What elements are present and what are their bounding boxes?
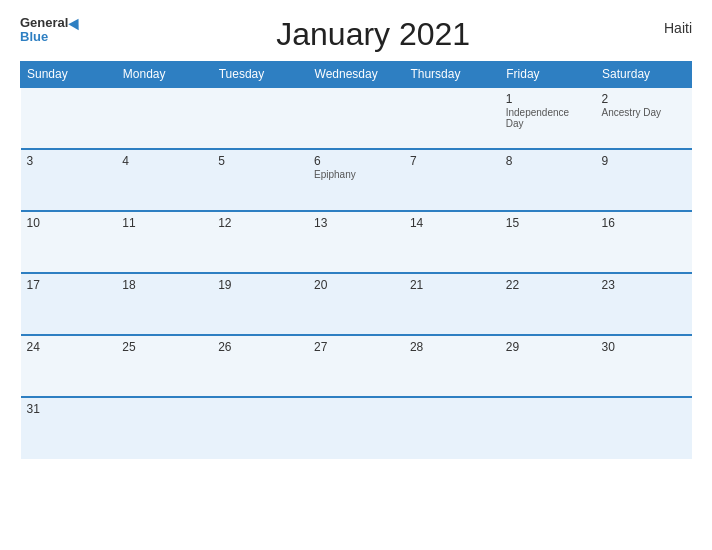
day-number: 29 xyxy=(506,340,590,354)
calendar-cell xyxy=(212,87,308,149)
calendar-cell: 6Epiphany xyxy=(308,149,404,211)
day-number: 26 xyxy=(218,340,302,354)
calendar-cell: 7 xyxy=(404,149,500,211)
week-row-5: 24252627282930 xyxy=(21,335,692,397)
day-number: 25 xyxy=(122,340,206,354)
logo: General Blue xyxy=(20,16,82,45)
day-number: 9 xyxy=(602,154,686,168)
header: General Blue January 2021 Haiti xyxy=(20,16,692,53)
weekday-header-wednesday: Wednesday xyxy=(308,62,404,88)
day-number: 7 xyxy=(410,154,494,168)
calendar-cell xyxy=(116,87,212,149)
day-number: 28 xyxy=(410,340,494,354)
day-number: 11 xyxy=(122,216,206,230)
calendar-cell: 30 xyxy=(596,335,692,397)
day-number: 8 xyxy=(506,154,590,168)
day-number: 15 xyxy=(506,216,590,230)
week-row-6: 31 xyxy=(21,397,692,459)
day-number: 5 xyxy=(218,154,302,168)
calendar-cell: 17 xyxy=(21,273,117,335)
day-number: 30 xyxy=(602,340,686,354)
calendar-cell: 19 xyxy=(212,273,308,335)
day-number: 16 xyxy=(602,216,686,230)
calendar-cell xyxy=(21,87,117,149)
weekday-header-saturday: Saturday xyxy=(596,62,692,88)
calendar-cell xyxy=(500,397,596,459)
calendar-cell: 8 xyxy=(500,149,596,211)
week-row-4: 17181920212223 xyxy=(21,273,692,335)
calendar-cell: 15 xyxy=(500,211,596,273)
calendar-table: SundayMondayTuesdayWednesdayThursdayFrid… xyxy=(20,61,692,459)
calendar-cell xyxy=(596,397,692,459)
weekday-header-monday: Monday xyxy=(116,62,212,88)
event-label: Epiphany xyxy=(314,169,398,180)
calendar-cell: 22 xyxy=(500,273,596,335)
calendar-title: January 2021 xyxy=(82,16,664,53)
calendar-cell: 11 xyxy=(116,211,212,273)
day-number: 2 xyxy=(602,92,686,106)
calendar-cell xyxy=(404,87,500,149)
day-number: 4 xyxy=(122,154,206,168)
day-number: 6 xyxy=(314,154,398,168)
week-row-1: 1Independence Day2Ancestry Day xyxy=(21,87,692,149)
day-number: 13 xyxy=(314,216,398,230)
calendar-cell xyxy=(308,87,404,149)
calendar-cell: 14 xyxy=(404,211,500,273)
day-number: 10 xyxy=(27,216,111,230)
calendar-cell: 27 xyxy=(308,335,404,397)
calendar-cell: 23 xyxy=(596,273,692,335)
calendar-cell: 12 xyxy=(212,211,308,273)
day-number: 20 xyxy=(314,278,398,292)
calendar-cell: 28 xyxy=(404,335,500,397)
calendar-cell: 21 xyxy=(404,273,500,335)
day-number: 1 xyxy=(506,92,590,106)
calendar-cell: 2Ancestry Day xyxy=(596,87,692,149)
weekday-header-friday: Friday xyxy=(500,62,596,88)
calendar-cell xyxy=(404,397,500,459)
day-number: 27 xyxy=(314,340,398,354)
calendar-cell: 31 xyxy=(21,397,117,459)
calendar-cell: 5 xyxy=(212,149,308,211)
calendar-cell xyxy=(212,397,308,459)
calendar-cell: 3 xyxy=(21,149,117,211)
calendar-cell xyxy=(308,397,404,459)
calendar-cell: 4 xyxy=(116,149,212,211)
weekday-header-row: SundayMondayTuesdayWednesdayThursdayFrid… xyxy=(21,62,692,88)
logo-blue-text: Blue xyxy=(20,30,48,44)
calendar-cell: 24 xyxy=(21,335,117,397)
calendar-page: General Blue January 2021 Haiti SundayMo… xyxy=(0,0,712,550)
day-number: 19 xyxy=(218,278,302,292)
calendar-cell xyxy=(116,397,212,459)
calendar-cell: 20 xyxy=(308,273,404,335)
day-number: 18 xyxy=(122,278,206,292)
day-number: 12 xyxy=(218,216,302,230)
day-number: 17 xyxy=(27,278,111,292)
calendar-cell: 16 xyxy=(596,211,692,273)
country-label: Haiti xyxy=(664,20,692,36)
day-number: 14 xyxy=(410,216,494,230)
event-label: Ancestry Day xyxy=(602,107,686,118)
week-row-2: 3456Epiphany789 xyxy=(21,149,692,211)
event-label: Independence Day xyxy=(506,107,590,129)
day-number: 31 xyxy=(27,402,111,416)
calendar-cell: 13 xyxy=(308,211,404,273)
calendar-cell: 18 xyxy=(116,273,212,335)
day-number: 21 xyxy=(410,278,494,292)
day-number: 23 xyxy=(602,278,686,292)
day-number: 3 xyxy=(27,154,111,168)
calendar-cell: 25 xyxy=(116,335,212,397)
calendar-cell: 26 xyxy=(212,335,308,397)
week-row-3: 10111213141516 xyxy=(21,211,692,273)
calendar-cell: 29 xyxy=(500,335,596,397)
weekday-header-thursday: Thursday xyxy=(404,62,500,88)
calendar-cell: 10 xyxy=(21,211,117,273)
day-number: 24 xyxy=(27,340,111,354)
calendar-cell: 9 xyxy=(596,149,692,211)
day-number: 22 xyxy=(506,278,590,292)
logo-general-text: General xyxy=(20,16,68,30)
calendar-cell: 1Independence Day xyxy=(500,87,596,149)
weekday-header-tuesday: Tuesday xyxy=(212,62,308,88)
weekday-header-sunday: Sunday xyxy=(21,62,117,88)
